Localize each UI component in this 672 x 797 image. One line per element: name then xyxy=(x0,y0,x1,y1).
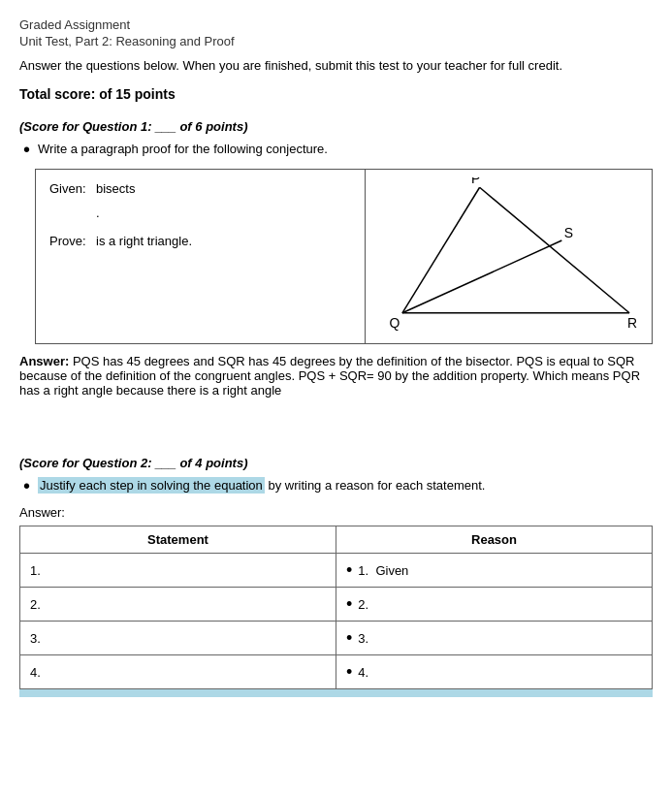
highlight-cell-right xyxy=(336,689,653,697)
svg-text:R: R xyxy=(627,315,637,331)
given-label: Given: xyxy=(49,181,96,196)
statement-2: 2. xyxy=(20,588,336,622)
col-reason: Reason xyxy=(336,526,653,554)
doc-type: Graded Assignment xyxy=(19,17,653,32)
table-row: 2. • 2. xyxy=(20,588,653,622)
question2-prompt: Justify each step in solving the equatio… xyxy=(38,478,653,493)
question1-bullet: • Write a paragraph proof for the follow… xyxy=(23,142,653,159)
reason-num-3: 3. xyxy=(358,631,368,646)
proof-left: Given: bisects . Prove: is a right trian… xyxy=(36,170,366,343)
total-score: Total score: of 15 points xyxy=(19,86,653,102)
svg-text:S: S xyxy=(564,225,573,240)
answer2-label: Answer: xyxy=(19,505,653,520)
reason-bullet-4: • xyxy=(346,663,352,681)
svg-line-2 xyxy=(480,187,629,313)
proof-right: P Q R S xyxy=(366,170,652,343)
triangle-diagram: P Q R S xyxy=(373,177,644,333)
svg-line-0 xyxy=(402,187,480,313)
bullet-dot-q2: • xyxy=(23,476,30,495)
answer1-label: Answer: PQS has 45 degrees and SQR has 4… xyxy=(19,354,653,398)
answer1-paragraph: PQS has 45 degrees and SQR has 45 degree… xyxy=(19,354,640,398)
svg-text:Q: Q xyxy=(389,315,400,331)
doc-title: Unit Test, Part 2: Reasoning and Proof xyxy=(19,34,653,48)
reason-bullet-2: • xyxy=(346,595,352,613)
question1-prompt: Write a paragraph proof for the followin… xyxy=(38,142,653,156)
bullet-dot-q1: • xyxy=(23,140,30,159)
table-row: 1. • 1. Given xyxy=(20,554,653,588)
highlight-cell-left xyxy=(20,689,336,697)
reason-1: • 1. Given xyxy=(336,554,653,588)
question2-prompt-highlight: Justify each step in solving the equatio… xyxy=(38,477,265,494)
statement-3: 3. xyxy=(20,622,336,655)
reason-3: • 3. xyxy=(336,622,653,655)
statement-1: 1. xyxy=(20,554,336,588)
reason-bullet-1: • xyxy=(346,561,352,579)
question2-prompt-rest: by writing a reason for each statement. xyxy=(265,478,486,493)
given-dot: . xyxy=(96,206,100,220)
question2-bullet: • Justify each step in solving the equat… xyxy=(23,478,653,495)
svg-line-3 xyxy=(402,240,561,313)
answer-table: Statement Reason 1. • 1. Given 2. • 2. xyxy=(19,526,653,697)
prove-value: is a right triangle. xyxy=(96,234,192,248)
col-statement: Statement xyxy=(20,526,336,554)
table-row: 3. • 3. xyxy=(20,622,653,655)
svg-text:P: P xyxy=(471,177,480,186)
reason-num-2: 2. xyxy=(358,597,368,612)
highlight-row xyxy=(20,689,653,697)
reason-2: • 2. xyxy=(336,588,653,622)
reason-num-4: 4. xyxy=(358,665,368,680)
reason-bullet-3: • xyxy=(346,629,352,647)
question2-score: (Score for Question 2: ___ of 4 points) xyxy=(19,456,653,470)
instructions: Answer the questions below. When you are… xyxy=(19,58,653,73)
question1-score: (Score for Question 1: ___ of 6 points) xyxy=(19,119,653,134)
statement-4: 4. xyxy=(20,655,336,689)
prove-label: Prove: xyxy=(49,234,96,248)
table-row: 4. • 4. xyxy=(20,655,653,689)
total-score-suffix: of 15 points xyxy=(99,86,176,102)
given-value: bisects xyxy=(96,181,135,196)
reason-num-1: 1. Given xyxy=(358,563,408,578)
reason-4: • 4. xyxy=(336,655,653,689)
proof-box: Given: bisects . Prove: is a right trian… xyxy=(35,169,653,344)
total-score-label: Total score: xyxy=(19,86,95,102)
